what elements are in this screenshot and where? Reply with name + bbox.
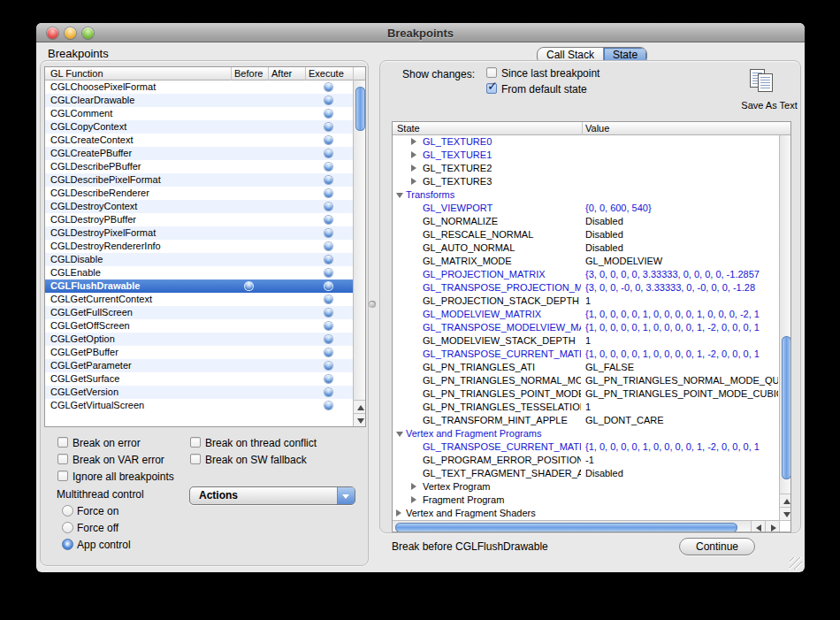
- function-row[interactable]: CGLDescribePBuffer: [45, 160, 354, 173]
- function-row[interactable]: CGLGetFullScreen: [45, 306, 354, 319]
- state-row[interactable]: GL_VIEWPORT{0, 0, 600, 540}: [393, 202, 779, 215]
- state-row[interactable]: Transforms: [393, 188, 779, 202]
- column-header-execute[interactable]: Execute: [309, 68, 344, 79]
- breakpoint-orb-execute-icon[interactable]: [325, 123, 332, 131]
- disclosure-triangle-icon[interactable]: [411, 138, 416, 145]
- scrollbar-thumb[interactable]: [355, 87, 365, 131]
- state-row[interactable]: GL_TEXTURE2: [393, 162, 779, 175]
- breakpoint-orb-execute-icon[interactable]: [325, 335, 332, 343]
- disclosure-triangle-icon[interactable]: [396, 432, 403, 437]
- state-row[interactable]: GL_PROJECTION_STACK_DEPTH1: [393, 295, 779, 308]
- breakpoint-orb-execute-icon[interactable]: [325, 83, 332, 91]
- function-row[interactable]: CGLDisable: [45, 253, 354, 266]
- state-row[interactable]: GL_MODELVIEW_STACK_DEPTH1: [393, 334, 779, 348]
- scrollbar-thumb[interactable]: [782, 336, 791, 479]
- scroll-up-button[interactable]: [780, 494, 791, 507]
- state-row[interactable]: GL_PROJECTION_MATRIX{3, 0, 0, 0, 0, 3.33…: [393, 268, 779, 281]
- breakpoint-orb-execute-icon[interactable]: [325, 96, 332, 104]
- breakpoint-orb-execute-icon[interactable]: [325, 176, 332, 184]
- state-row[interactable]: GL_MATRIX_MODEGL_MODELVIEW: [393, 255, 779, 268]
- breakpoint-orb-execute-icon[interactable]: [325, 110, 332, 118]
- function-row[interactable]: CGLComment: [45, 107, 354, 120]
- checkbox-box[interactable]: [57, 454, 68, 464]
- radio-button[interactable]: [62, 505, 73, 517]
- function-row[interactable]: CGLFlushDrawable: [45, 279, 354, 293]
- actions-dropdown[interactable]: Actions: [189, 486, 355, 505]
- breakpoint-orb-execute-icon[interactable]: [325, 402, 332, 410]
- disclosure-triangle-icon[interactable]: [411, 178, 416, 185]
- state-row[interactable]: GL_TEXTURE0: [393, 135, 779, 149]
- function-row[interactable]: CGLGetCurrentContext: [45, 293, 354, 306]
- state-row[interactable]: GL_TRANSPOSE_CURRENT_MATRI{1, 0, 0, 0, 0…: [393, 440, 779, 454]
- column-header-after[interactable]: After: [271, 68, 292, 79]
- state-row[interactable]: GL_TRANSPOSE_PROJECTION_MAT{3, 0, 0, -0,…: [393, 281, 779, 295]
- disclosure-triangle-icon[interactable]: [411, 151, 416, 158]
- breakpoint-orb-execute-icon[interactable]: [325, 163, 332, 171]
- state-row[interactable]: GL_PN_TRIANGLES_ATIGL_FALSE: [393, 361, 779, 374]
- function-row[interactable]: CGLCreateContext: [45, 134, 354, 147]
- function-row[interactable]: CGLGetPBuffer: [45, 346, 354, 359]
- function-row[interactable]: CGLDestroyPixelFormat: [45, 226, 354, 240]
- state-row[interactable]: GL_PN_TRIANGLES_NORMAL_MODGL_PN_TRIANGLE…: [393, 374, 779, 387]
- state-row[interactable]: Fragment Program: [393, 494, 779, 507]
- resize-grip[interactable]: [790, 557, 802, 570]
- state-row[interactable]: GL_TEXTURE3: [393, 175, 779, 188]
- disclosure-triangle-icon[interactable]: [396, 193, 403, 198]
- breakpoint-orb-execute-icon[interactable]: [325, 282, 332, 290]
- function-row[interactable]: CGLChoosePixelFormat: [45, 80, 354, 94]
- breakpoint-orb-execute-icon[interactable]: [325, 309, 332, 317]
- function-row[interactable]: CGLGetVersion: [45, 386, 354, 399]
- pane-splitter-dimple-icon[interactable]: [369, 301, 376, 308]
- state-row[interactable]: Vertex Program: [393, 480, 779, 494]
- breakpoint-orb-execute-icon[interactable]: [325, 216, 332, 224]
- breakpoint-orb-execute-icon[interactable]: [325, 203, 332, 210]
- disclosure-triangle-icon[interactable]: [411, 483, 416, 490]
- function-row[interactable]: CGLDestroyContext: [45, 200, 354, 213]
- state-table-header[interactable]: State Value: [393, 122, 790, 135]
- state-table-vscrollbar[interactable]: [779, 135, 791, 520]
- state-row[interactable]: GL_TRANSPOSE_MODELVIEW_MAT{1, 0, 0, 0, 0…: [393, 321, 779, 334]
- column-header-state[interactable]: State: [397, 123, 420, 134]
- column-header-value[interactable]: Value: [585, 123, 609, 134]
- breakpoint-orb-execute-icon[interactable]: [325, 322, 332, 330]
- checkbox-box[interactable]: [57, 471, 68, 481]
- state-row[interactable]: GL_TRANSPOSE_CURRENT_MATRI{1, 0, 0, 0, 0…: [393, 348, 779, 361]
- checkbox-box[interactable]: [486, 83, 497, 94]
- column-header-gl-function[interactable]: GL Function: [50, 68, 103, 79]
- radio-button[interactable]: [62, 522, 73, 533]
- breakpoint-orb-execute-icon[interactable]: [325, 362, 332, 370]
- scrollbar-thumb[interactable]: [395, 523, 737, 532]
- breakpoint-orb-execute-icon[interactable]: [325, 189, 332, 197]
- column-header-before[interactable]: Before: [234, 68, 263, 79]
- state-row[interactable]: GL_TEXTURE1: [393, 149, 779, 162]
- state-row[interactable]: Vertex and Fragment Programs: [393, 427, 779, 440]
- breakpoint-orb-execute-icon[interactable]: [325, 295, 332, 303]
- disclosure-triangle-icon[interactable]: [396, 509, 401, 517]
- breakpoint-orb-execute-icon[interactable]: [325, 229, 332, 237]
- state-row[interactable]: GL_NORMALIZEDisabled: [393, 215, 779, 228]
- function-row[interactable]: CGLGetOption: [45, 333, 354, 346]
- disclosure-triangle-icon[interactable]: [411, 496, 416, 503]
- breakpoint-orb-execute-icon[interactable]: [325, 375, 332, 383]
- breakpoint-orb-execute-icon[interactable]: [325, 256, 332, 264]
- checkbox-box[interactable]: [190, 437, 201, 448]
- function-row[interactable]: CGLDestroyPBuffer: [45, 213, 354, 226]
- scroll-down-button[interactable]: [354, 413, 366, 426]
- state-row[interactable]: GL_PN_TRIANGLES_TESSELATION_1: [393, 401, 779, 414]
- breakpoint-orb-before-icon[interactable]: [245, 282, 253, 290]
- breakpoint-orb-execute-icon[interactable]: [325, 149, 332, 157]
- state-row[interactable]: GL_MODELVIEW_MATRIX{1, 0, 0, 0, 0, 1, 0,…: [393, 308, 779, 321]
- save-as-text-button[interactable]: Save As Text: [737, 68, 801, 112]
- function-row[interactable]: CGLGetVirtualScreen: [45, 399, 354, 412]
- radio-button[interactable]: [62, 539, 73, 550]
- function-list-scrollbar[interactable]: [353, 80, 366, 426]
- scroll-left-button[interactable]: [751, 521, 765, 532]
- gl-function-table-header[interactable]: GL Function Before After Execute: [45, 67, 365, 80]
- function-row[interactable]: CGLCopyContext: [45, 120, 354, 134]
- breakpoint-orb-execute-icon[interactable]: [325, 348, 332, 356]
- state-row[interactable]: GL_PROGRAM_ERROR_POSITION_/-1: [393, 454, 779, 467]
- breakpoint-orb-execute-icon[interactable]: [325, 242, 332, 250]
- breakpoint-orb-execute-icon[interactable]: [325, 136, 332, 144]
- breakpoint-orb-execute-icon[interactable]: [325, 388, 332, 396]
- function-row[interactable]: CGLCreatePBuffer: [45, 147, 354, 160]
